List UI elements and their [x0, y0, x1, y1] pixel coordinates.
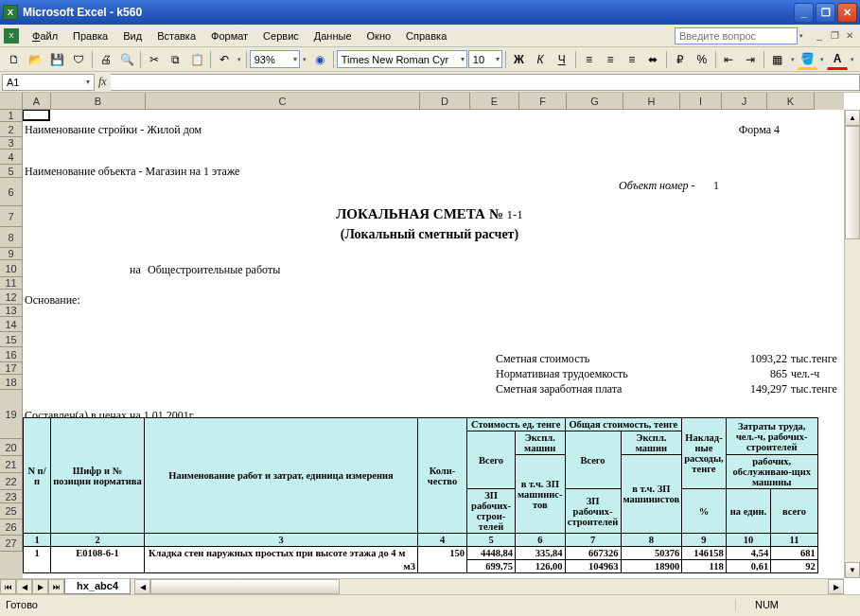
permissions-icon[interactable]: 🛡 [68, 49, 89, 70]
fontsize-combo[interactable]: 10 [468, 50, 502, 68]
column-header[interactable]: G [567, 93, 623, 110]
cut-icon[interactable]: ✂ [144, 49, 165, 70]
paste-icon[interactable]: 📋 [186, 49, 207, 70]
sheet-content[interactable]: Форма 4 Наименование стройки - Жилой дом… [23, 110, 844, 578]
fontcolor-dropdown-icon[interactable]: ▾ [849, 56, 856, 63]
bold-icon[interactable]: Ж [509, 49, 530, 70]
sheet-tab-active[interactable]: hx_abc4 [64, 579, 131, 594]
menu-view[interactable]: Вид [115, 27, 149, 44]
borders-icon[interactable]: ▦ [767, 49, 788, 70]
indent-decrease-icon[interactable]: ⇤ [719, 49, 740, 70]
row-header[interactable]: 16 [0, 347, 23, 362]
scroll-down-button[interactable]: ▼ [845, 562, 860, 578]
formula-input[interactable] [111, 74, 860, 91]
align-right-icon[interactable]: ≡ [622, 49, 642, 70]
row-header[interactable]: 13 [0, 305, 23, 317]
row-header[interactable]: 15 [0, 332, 23, 347]
print-preview-icon[interactable]: 🔍 [116, 49, 137, 70]
menu-insert[interactable]: Вставка [149, 27, 203, 44]
hscroll-thumb[interactable] [150, 579, 340, 594]
row-header[interactable]: 11 [0, 277, 23, 290]
menu-tools[interactable]: Сервис [255, 27, 307, 44]
fillcolor-dropdown-icon[interactable]: ▾ [818, 56, 826, 63]
font-combo[interactable]: Times New Roman Cyr [337, 50, 467, 68]
column-header[interactable]: K [767, 93, 815, 110]
doc-restore-button[interactable]: ❐ [828, 29, 841, 43]
column-header[interactable]: H [623, 93, 680, 110]
row-header[interactable]: 14 [0, 317, 23, 332]
name-box[interactable]: A1 [2, 74, 95, 91]
menu-data[interactable]: Данные [307, 27, 360, 44]
help-dropdown-icon[interactable]: ▾ [798, 32, 805, 40]
row-header[interactable]: 2 [0, 122, 23, 137]
currency-icon[interactable]: ₽ [670, 49, 691, 70]
help-icon[interactable]: ◉ [309, 49, 330, 70]
vscroll-thumb[interactable] [845, 126, 860, 239]
new-file-icon[interactable]: 🗋 [4, 49, 25, 70]
borders-dropdown-icon[interactable]: ▾ [789, 56, 797, 63]
row-header[interactable]: 17 [0, 362, 23, 375]
row-header[interactable]: 19 [0, 390, 23, 439]
fillcolor-icon[interactable]: 🪣 [798, 49, 818, 70]
scroll-up-button[interactable]: ▲ [845, 110, 860, 126]
column-header[interactable]: B [51, 93, 146, 110]
row-header[interactable]: 20 [0, 439, 23, 456]
row-header[interactable]: 9 [0, 248, 23, 260]
menu-edit[interactable]: Правка [65, 27, 115, 44]
doc-close-button[interactable]: ✕ [843, 29, 856, 43]
tab-next-button[interactable]: ▶ [32, 579, 48, 594]
print-icon[interactable]: 🖨 [96, 49, 116, 70]
select-all-corner[interactable] [0, 93, 23, 110]
tab-last-button[interactable]: ⏭ [48, 579, 64, 594]
menu-window[interactable]: Окно [360, 27, 399, 44]
zoom-combo[interactable]: 93% [250, 50, 300, 68]
column-header[interactable]: I [680, 93, 722, 110]
row-header[interactable]: 5 [0, 165, 23, 178]
row-header[interactable]: 12 [0, 290, 23, 305]
open-file-icon[interactable]: 📂 [26, 49, 46, 70]
underline-icon[interactable]: Ч [552, 49, 572, 70]
column-header[interactable]: E [470, 93, 519, 110]
row-header[interactable]: 7 [0, 206, 23, 227]
doc-minimize-button[interactable]: _ [813, 29, 826, 43]
vertical-scrollbar[interactable]: ▲ ▼ [844, 110, 860, 578]
row-header[interactable]: 6 [0, 178, 23, 206]
row-header[interactable]: 26 [0, 519, 23, 536]
copy-icon[interactable]: ⧉ [166, 49, 186, 70]
scroll-left-button[interactable]: ◀ [134, 579, 150, 594]
align-center-icon[interactable]: ≡ [600, 49, 621, 70]
scroll-right-button[interactable]: ▶ [828, 579, 844, 594]
percent-icon[interactable]: % [692, 49, 712, 70]
row-header[interactable]: 1 [0, 110, 23, 122]
italic-icon[interactable]: К [530, 49, 551, 70]
row-header[interactable]: 27 [0, 536, 23, 552]
merge-center-icon[interactable]: ⬌ [643, 49, 664, 70]
row-header[interactable]: 18 [0, 375, 23, 390]
column-header[interactable]: D [420, 93, 470, 110]
minimize-button[interactable]: _ [794, 3, 814, 23]
column-header[interactable]: F [519, 93, 567, 110]
row-header[interactable]: 4 [0, 150, 23, 165]
row-header[interactable]: 8 [0, 227, 23, 248]
menu-file[interactable]: Файл [25, 27, 65, 44]
row-header[interactable]: 10 [0, 260, 23, 277]
row-header[interactable]: 25 [0, 503, 23, 519]
fontcolor-icon[interactable]: A [827, 49, 848, 70]
maximize-button[interactable]: ❐ [816, 3, 835, 23]
column-header[interactable]: J [722, 93, 767, 110]
align-left-icon[interactable]: ≡ [579, 49, 600, 70]
tab-prev-button[interactable]: ◀ [16, 579, 32, 594]
column-header[interactable]: C [146, 93, 420, 110]
zoom-dropdown-icon[interactable]: ▾ [301, 56, 308, 63]
menu-format[interactable]: Формат [203, 27, 255, 44]
indent-increase-icon[interactable]: ⇥ [740, 49, 761, 70]
row-header[interactable]: 21 [0, 456, 23, 473]
horizontal-scrollbar[interactable]: ◀ ▶ [134, 579, 844, 594]
undo-icon[interactable]: ↶ [214, 49, 235, 70]
row-header[interactable]: 3 [0, 137, 23, 150]
undo-dropdown-icon[interactable]: ▾ [236, 56, 243, 63]
row-header[interactable]: 23 [0, 490, 23, 503]
menu-help[interactable]: Справка [398, 27, 454, 44]
column-header[interactable]: A [23, 93, 51, 110]
save-icon[interactable]: 💾 [46, 49, 67, 70]
